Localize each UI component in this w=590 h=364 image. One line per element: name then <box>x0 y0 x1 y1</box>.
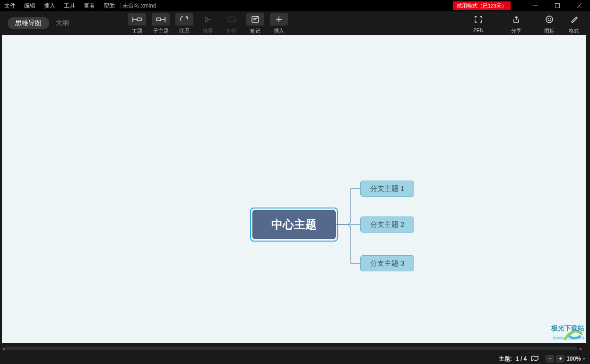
relation-label: 联系 <box>179 27 190 35</box>
mindmap-canvas[interactable]: 中心主题 分支主题 1 分支主题 2 分支主题 3 极光下载站 www.xz7.… <box>2 35 586 343</box>
subtopic-label: 子主题 <box>153 27 169 35</box>
window-maximize-button[interactable] <box>547 0 568 11</box>
toolbar: 思维导图 大纲 主题 子主题 联系 概要 外框 笔记 插入 <box>0 11 590 35</box>
summary-button[interactable]: 概要 <box>199 13 217 35</box>
svg-rect-10 <box>228 17 235 22</box>
menu-view[interactable]: 查看 <box>79 0 99 11</box>
icons-button[interactable]: 图标 <box>540 13 559 35</box>
menu-help[interactable]: 帮助 <box>99 0 119 11</box>
note-label: 笔记 <box>250 27 260 35</box>
boundary-button[interactable]: 外框 <box>222 13 241 35</box>
topic-button[interactable]: 主题 <box>128 13 147 35</box>
map-overview-button[interactable] <box>530 355 539 363</box>
zoom-out-button[interactable]: − <box>546 355 554 363</box>
window-close-button[interactable] <box>568 0 590 11</box>
zoom-value[interactable]: 100% <box>566 355 581 362</box>
tab-outline[interactable]: 大纲 <box>56 19 69 27</box>
zoom-in-button[interactable]: + <box>556 355 564 363</box>
scroll-right-arrow[interactable]: ► <box>578 345 584 352</box>
zoom-dropdown-icon[interactable]: ▾ <box>583 356 585 361</box>
note-button[interactable]: 笔记 <box>246 13 265 35</box>
branch-topic-1[interactable]: 分支主题 1 <box>360 181 414 197</box>
topic-icon <box>132 16 142 23</box>
window-minimize-button[interactable] <box>525 0 547 11</box>
menubar: 文件 编辑 插入 工具 查看 帮助 | 未命名.xmind 试用模式（已123天… <box>0 0 590 11</box>
plus-icon <box>275 16 283 23</box>
zen-button[interactable]: ZEN <box>469 13 488 33</box>
share-icon <box>512 16 521 23</box>
central-topic-node[interactable]: 中心主题 <box>252 210 336 239</box>
brush-icon <box>570 15 578 24</box>
vertical-scrollbar[interactable] <box>586 35 590 345</box>
boundary-label: 外框 <box>226 27 237 35</box>
share-button[interactable]: 分享 <box>507 13 526 35</box>
minimize-icon <box>533 3 538 9</box>
format-label: 格式 <box>569 27 579 35</box>
separator: | <box>120 2 121 9</box>
insert-button[interactable]: 插入 <box>269 13 288 35</box>
subtopic-button[interactable]: 子主题 <box>151 13 170 35</box>
branch-topic-3[interactable]: 分支主题 3 <box>360 255 414 271</box>
smiley-icon <box>545 15 554 24</box>
svg-point-16 <box>546 16 553 23</box>
fullscreen-icon <box>474 16 483 23</box>
watermark-brand: 极光下载站 <box>551 324 584 333</box>
topic-count-label: 主题: <box>499 355 512 363</box>
connectors <box>2 35 586 343</box>
close-icon <box>576 3 582 9</box>
statusbar: 主题: 1 / 4 − + 100% ▾ <box>0 354 590 364</box>
document-title: 未命名.xmind <box>122 2 156 10</box>
watermark-url: www.xz7.com <box>553 335 584 340</box>
branch-topic-2[interactable]: 分支主题 2 <box>360 217 414 233</box>
menu-file[interactable]: 文件 <box>0 0 20 11</box>
relation-button[interactable]: 联系 <box>175 13 194 35</box>
summary-label: 概要 <box>203 27 213 35</box>
canvas-area: 中心主题 分支主题 1 分支主题 2 分支主题 3 极光下载站 www.xz7.… <box>0 35 590 354</box>
svg-point-17 <box>548 18 548 19</box>
topic-count-value: 1 / 4 <box>516 355 527 362</box>
format-button[interactable]: 格式 <box>564 13 583 35</box>
horizontal-scrollbar[interactable]: ◄ ► <box>0 345 590 352</box>
tab-mindmap[interactable]: 思维导图 <box>8 17 49 29</box>
boundary-icon <box>227 16 236 23</box>
svg-rect-1 <box>555 4 560 8</box>
trial-mode-badge[interactable]: 试用模式（已123天） <box>453 1 511 10</box>
maximize-icon <box>555 3 560 9</box>
menu-edit[interactable]: 编辑 <box>20 0 40 11</box>
svg-rect-7 <box>156 18 161 21</box>
zoom-controls: − + 100% ▾ <box>546 355 585 363</box>
topic-label: 主题 <box>132 27 142 35</box>
scroll-thumb[interactable] <box>6 347 577 350</box>
icons-label: 图标 <box>544 27 555 35</box>
share-label: 分享 <box>511 27 521 35</box>
relation-icon <box>180 16 189 23</box>
zen-label: ZEN <box>473 27 484 33</box>
svg-point-18 <box>550 18 551 19</box>
insert-label: 插入 <box>274 27 284 35</box>
map-overview-icon <box>530 355 539 362</box>
menu-tools[interactable]: 工具 <box>60 0 79 11</box>
subtopic-icon <box>156 16 165 23</box>
svg-rect-4 <box>137 18 141 21</box>
menu-insert[interactable]: 插入 <box>40 0 60 11</box>
summary-icon <box>203 16 213 23</box>
note-icon <box>251 16 260 23</box>
